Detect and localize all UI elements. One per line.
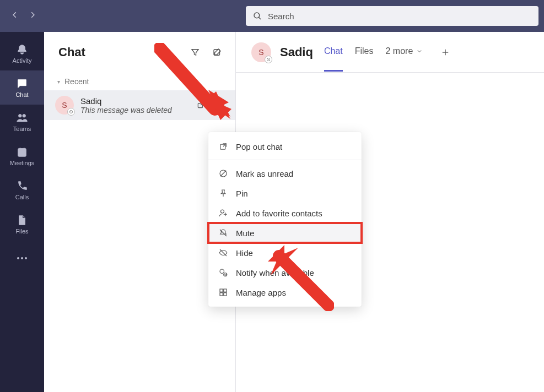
mark-unread-icon xyxy=(218,168,228,178)
rail-meetings[interactable]: Meetings xyxy=(0,139,44,173)
chevron-down-icon: ▾ xyxy=(57,79,60,85)
rail-label: Activity xyxy=(13,57,32,64)
popout-icon xyxy=(218,141,228,151)
menu-add-favorite[interactable]: Add to favorite contacts xyxy=(208,203,362,223)
more-icon xyxy=(17,253,28,264)
rail-more[interactable] xyxy=(0,241,44,275)
avatar-initial: S xyxy=(62,101,67,110)
search-input[interactable] xyxy=(268,12,532,21)
popout-chat-button[interactable] xyxy=(193,98,208,112)
presence-offline-icon xyxy=(265,56,272,63)
menu-separator xyxy=(208,160,362,160)
svg-rect-30 xyxy=(224,293,227,296)
menu-label: Manage apps xyxy=(236,288,286,297)
rail-label: Teams xyxy=(13,126,31,132)
titlebar xyxy=(0,0,544,32)
forward-button[interactable] xyxy=(29,11,36,21)
svg-rect-29 xyxy=(220,293,223,296)
content-tabs: Chat Files 2 more xyxy=(324,44,454,61)
search-bar[interactable] xyxy=(246,6,538,26)
tab-more[interactable]: 2 more xyxy=(385,46,423,58)
chat-item-body: Sadiq This message was deleted xyxy=(80,96,187,115)
chat-list-header: Chat xyxy=(44,32,235,73)
chat-context-menu: Pop out chat Mark as unread Pin Add to f… xyxy=(208,132,362,307)
presence-offline-icon xyxy=(67,108,75,116)
menu-popout-chat[interactable]: Pop out chat xyxy=(208,137,362,156)
svg-point-3 xyxy=(23,114,25,117)
tab-more-label: 2 more xyxy=(385,46,413,56)
chat-list-pane: Chat ▾ Recent S Sadiq This message was d… xyxy=(44,32,236,392)
chat-item-preview: This message was deleted xyxy=(80,106,187,115)
tab-chat[interactable]: Chat xyxy=(324,46,343,58)
add-tab-button[interactable] xyxy=(437,44,454,61)
content-header: S Sadiq Chat Files 2 more xyxy=(236,32,544,73)
search-icon xyxy=(252,11,262,21)
tab-files[interactable]: Files xyxy=(355,46,374,58)
avatar: S xyxy=(251,42,271,62)
menu-label: Notify when available xyxy=(236,268,314,277)
chat-item-actions xyxy=(193,98,227,112)
menu-mark-unread[interactable]: Mark as unread xyxy=(208,164,362,183)
svg-point-20 xyxy=(221,210,224,213)
menu-notify-available[interactable]: Notify when available xyxy=(208,263,362,282)
svg-rect-27 xyxy=(220,289,223,292)
recent-section-header[interactable]: ▾ Recent xyxy=(44,73,235,90)
avatar: S xyxy=(55,96,74,115)
rail-chat[interactable]: Chat xyxy=(0,70,44,105)
svg-line-10 xyxy=(70,111,72,113)
pin-icon xyxy=(218,188,228,198)
menu-label: Mark as unread xyxy=(236,169,293,178)
more-icon xyxy=(214,104,224,106)
svg-rect-4 xyxy=(18,148,26,156)
menu-label: Mute xyxy=(236,228,254,238)
mute-icon xyxy=(218,228,228,238)
rail-teams[interactable]: Teams xyxy=(0,105,44,139)
svg-point-25 xyxy=(220,269,224,274)
new-chat-button[interactable] xyxy=(209,44,225,61)
contact-name: Sadiq xyxy=(280,45,313,59)
rail-label: Chat xyxy=(15,91,28,98)
rail-label: Calls xyxy=(15,194,29,200)
chat-item-sadiq[interactable]: S Sadiq This message was deleted xyxy=(44,90,235,120)
menu-label: Pin xyxy=(236,189,248,198)
svg-point-0 xyxy=(254,13,260,18)
menu-label: Hide xyxy=(236,248,253,258)
chat-list-title: Chat xyxy=(58,45,181,59)
recent-label: Recent xyxy=(64,77,89,86)
apps-icon xyxy=(218,287,228,297)
menu-label: Pop out chat xyxy=(236,142,282,151)
menu-pin[interactable]: Pin xyxy=(208,183,362,203)
rail-files[interactable]: Files xyxy=(0,207,44,241)
menu-mute[interactable]: Mute xyxy=(208,223,362,243)
rail-calls[interactable]: Calls xyxy=(0,173,44,207)
hide-icon xyxy=(218,248,228,258)
svg-line-1 xyxy=(258,17,261,19)
app-rail: Activity Chat Teams Meetings Calls Files xyxy=(0,32,44,392)
svg-line-13 xyxy=(267,58,270,61)
svg-rect-28 xyxy=(224,289,227,292)
back-button[interactable] xyxy=(11,11,19,21)
chat-more-button[interactable] xyxy=(212,98,227,112)
filter-button[interactable] xyxy=(187,44,203,61)
svg-line-18 xyxy=(220,171,227,177)
avatar-initial: S xyxy=(258,48,263,57)
add-favorite-icon xyxy=(218,208,228,218)
rail-label: Meetings xyxy=(10,160,35,166)
nav-arrows xyxy=(6,11,36,21)
rail-activity[interactable]: Activity xyxy=(0,36,44,70)
rail-label: Files xyxy=(15,228,28,235)
chevron-down-icon xyxy=(416,48,423,55)
notify-icon xyxy=(218,268,228,277)
svg-point-2 xyxy=(19,114,22,117)
menu-manage-apps[interactable]: Manage apps xyxy=(208,282,362,302)
menu-hide[interactable]: Hide xyxy=(208,243,362,263)
chat-item-name: Sadiq xyxy=(80,96,187,106)
menu-label: Add to favorite contacts xyxy=(236,209,322,218)
